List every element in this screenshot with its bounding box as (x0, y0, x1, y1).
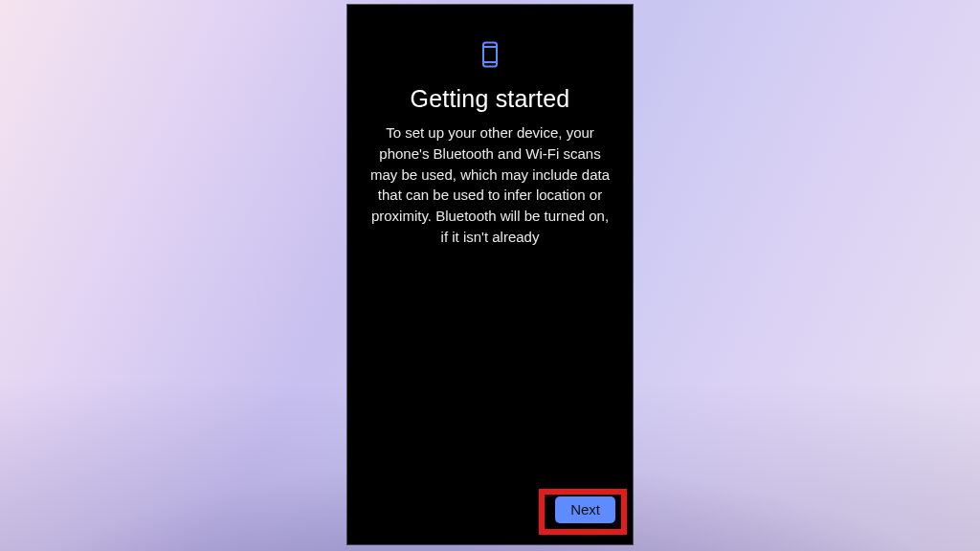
next-button[interactable]: Next (555, 496, 615, 523)
phone-icon (480, 41, 500, 68)
backdrop: Getting started To set up your other dev… (0, 0, 980, 551)
page-title: Getting started (365, 85, 615, 113)
bottom-bar: Next (347, 479, 633, 544)
phone-screen: Getting started To set up your other dev… (347, 5, 633, 544)
setup-content: Getting started To set up your other dev… (347, 5, 633, 248)
page-body: To set up your other device, your phone'… (365, 122, 615, 248)
